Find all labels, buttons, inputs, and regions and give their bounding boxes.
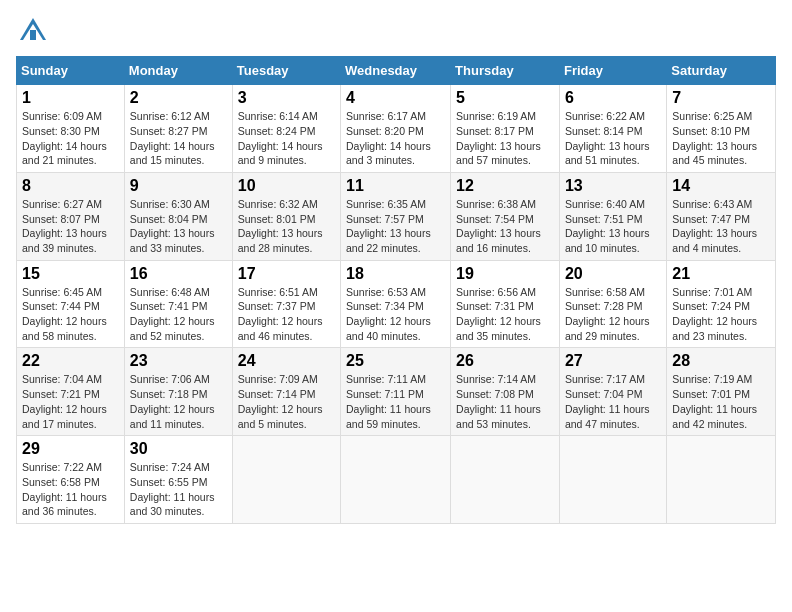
- day-detail: Sunrise: 6:19 AMSunset: 8:17 PMDaylight:…: [456, 109, 554, 168]
- col-header-wednesday: Wednesday: [341, 57, 451, 85]
- day-number: 17: [238, 265, 335, 283]
- day-cell: [559, 436, 666, 524]
- day-detail: Sunrise: 7:14 AMSunset: 7:08 PMDaylight:…: [456, 372, 554, 431]
- day-detail: Sunrise: 7:09 AMSunset: 7:14 PMDaylight:…: [238, 372, 335, 431]
- day-cell: 23Sunrise: 7:06 AMSunset: 7:18 PMDayligh…: [124, 348, 232, 436]
- day-cell: 19Sunrise: 6:56 AMSunset: 7:31 PMDayligh…: [451, 260, 560, 348]
- day-cell: 20Sunrise: 6:58 AMSunset: 7:28 PMDayligh…: [559, 260, 666, 348]
- day-number: 26: [456, 352, 554, 370]
- day-cell: 11Sunrise: 6:35 AMSunset: 7:57 PMDayligh…: [341, 172, 451, 260]
- day-number: 2: [130, 89, 227, 107]
- day-number: 25: [346, 352, 445, 370]
- day-detail: Sunrise: 6:48 AMSunset: 7:41 PMDaylight:…: [130, 285, 227, 344]
- col-header-tuesday: Tuesday: [232, 57, 340, 85]
- day-cell: [341, 436, 451, 524]
- day-number: 4: [346, 89, 445, 107]
- day-cell: 17Sunrise: 6:51 AMSunset: 7:37 PMDayligh…: [232, 260, 340, 348]
- day-cell: 3Sunrise: 6:14 AMSunset: 8:24 PMDaylight…: [232, 85, 340, 173]
- page-header: [16, 16, 776, 44]
- day-cell: 15Sunrise: 6:45 AMSunset: 7:44 PMDayligh…: [17, 260, 125, 348]
- day-number: 6: [565, 89, 661, 107]
- day-cell: [232, 436, 340, 524]
- day-detail: Sunrise: 6:25 AMSunset: 8:10 PMDaylight:…: [672, 109, 770, 168]
- day-detail: Sunrise: 6:17 AMSunset: 8:20 PMDaylight:…: [346, 109, 445, 168]
- day-detail: Sunrise: 6:27 AMSunset: 8:07 PMDaylight:…: [22, 197, 119, 256]
- day-detail: Sunrise: 6:14 AMSunset: 8:24 PMDaylight:…: [238, 109, 335, 168]
- day-detail: Sunrise: 6:51 AMSunset: 7:37 PMDaylight:…: [238, 285, 335, 344]
- day-number: 14: [672, 177, 770, 195]
- day-number: 18: [346, 265, 445, 283]
- day-cell: 28Sunrise: 7:19 AMSunset: 7:01 PMDayligh…: [667, 348, 776, 436]
- day-detail: Sunrise: 6:45 AMSunset: 7:44 PMDaylight:…: [22, 285, 119, 344]
- day-cell: 27Sunrise: 7:17 AMSunset: 7:04 PMDayligh…: [559, 348, 666, 436]
- day-cell: 1Sunrise: 6:09 AMSunset: 8:30 PMDaylight…: [17, 85, 125, 173]
- day-number: 29: [22, 440, 119, 458]
- day-cell: 10Sunrise: 6:32 AMSunset: 8:01 PMDayligh…: [232, 172, 340, 260]
- day-number: 27: [565, 352, 661, 370]
- table-header-row: SundayMondayTuesdayWednesdayThursdayFrid…: [17, 57, 776, 85]
- day-detail: Sunrise: 6:58 AMSunset: 7:28 PMDaylight:…: [565, 285, 661, 344]
- day-cell: 21Sunrise: 7:01 AMSunset: 7:24 PMDayligh…: [667, 260, 776, 348]
- day-detail: Sunrise: 6:09 AMSunset: 8:30 PMDaylight:…: [22, 109, 119, 168]
- day-detail: Sunrise: 6:30 AMSunset: 8:04 PMDaylight:…: [130, 197, 227, 256]
- day-cell: 26Sunrise: 7:14 AMSunset: 7:08 PMDayligh…: [451, 348, 560, 436]
- day-detail: Sunrise: 6:38 AMSunset: 7:54 PMDaylight:…: [456, 197, 554, 256]
- day-detail: Sunrise: 7:04 AMSunset: 7:21 PMDaylight:…: [22, 372, 119, 431]
- day-number: 30: [130, 440, 227, 458]
- day-detail: Sunrise: 6:22 AMSunset: 8:14 PMDaylight:…: [565, 109, 661, 168]
- day-cell: 25Sunrise: 7:11 AMSunset: 7:11 PMDayligh…: [341, 348, 451, 436]
- week-row-5: 29Sunrise: 7:22 AMSunset: 6:58 PMDayligh…: [17, 436, 776, 524]
- day-cell: 4Sunrise: 6:17 AMSunset: 8:20 PMDaylight…: [341, 85, 451, 173]
- day-detail: Sunrise: 6:40 AMSunset: 7:51 PMDaylight:…: [565, 197, 661, 256]
- col-header-saturday: Saturday: [667, 57, 776, 85]
- day-number: 7: [672, 89, 770, 107]
- day-number: 16: [130, 265, 227, 283]
- day-cell: 30Sunrise: 7:24 AMSunset: 6:55 PMDayligh…: [124, 436, 232, 524]
- day-detail: Sunrise: 6:35 AMSunset: 7:57 PMDaylight:…: [346, 197, 445, 256]
- day-cell: 18Sunrise: 6:53 AMSunset: 7:34 PMDayligh…: [341, 260, 451, 348]
- day-detail: Sunrise: 7:01 AMSunset: 7:24 PMDaylight:…: [672, 285, 770, 344]
- day-cell: 13Sunrise: 6:40 AMSunset: 7:51 PMDayligh…: [559, 172, 666, 260]
- day-detail: Sunrise: 6:53 AMSunset: 7:34 PMDaylight:…: [346, 285, 445, 344]
- day-number: 1: [22, 89, 119, 107]
- day-number: 28: [672, 352, 770, 370]
- day-number: 19: [456, 265, 554, 283]
- day-cell: 5Sunrise: 6:19 AMSunset: 8:17 PMDaylight…: [451, 85, 560, 173]
- logo-icon: [18, 16, 48, 44]
- day-number: 10: [238, 177, 335, 195]
- week-row-1: 1Sunrise: 6:09 AMSunset: 8:30 PMDaylight…: [17, 85, 776, 173]
- day-number: 5: [456, 89, 554, 107]
- day-cell: 29Sunrise: 7:22 AMSunset: 6:58 PMDayligh…: [17, 436, 125, 524]
- day-cell: 6Sunrise: 6:22 AMSunset: 8:14 PMDaylight…: [559, 85, 666, 173]
- day-number: 15: [22, 265, 119, 283]
- day-number: 11: [346, 177, 445, 195]
- day-cell: [451, 436, 560, 524]
- day-cell: 9Sunrise: 6:30 AMSunset: 8:04 PMDaylight…: [124, 172, 232, 260]
- week-row-3: 15Sunrise: 6:45 AMSunset: 7:44 PMDayligh…: [17, 260, 776, 348]
- day-number: 20: [565, 265, 661, 283]
- day-detail: Sunrise: 7:24 AMSunset: 6:55 PMDaylight:…: [130, 460, 227, 519]
- day-detail: Sunrise: 7:06 AMSunset: 7:18 PMDaylight:…: [130, 372, 227, 431]
- day-cell: 7Sunrise: 6:25 AMSunset: 8:10 PMDaylight…: [667, 85, 776, 173]
- day-number: 8: [22, 177, 119, 195]
- day-detail: Sunrise: 6:12 AMSunset: 8:27 PMDaylight:…: [130, 109, 227, 168]
- day-detail: Sunrise: 6:32 AMSunset: 8:01 PMDaylight:…: [238, 197, 335, 256]
- day-cell: 12Sunrise: 6:38 AMSunset: 7:54 PMDayligh…: [451, 172, 560, 260]
- day-cell: 22Sunrise: 7:04 AMSunset: 7:21 PMDayligh…: [17, 348, 125, 436]
- day-detail: Sunrise: 6:43 AMSunset: 7:47 PMDaylight:…: [672, 197, 770, 256]
- week-row-2: 8Sunrise: 6:27 AMSunset: 8:07 PMDaylight…: [17, 172, 776, 260]
- day-cell: 24Sunrise: 7:09 AMSunset: 7:14 PMDayligh…: [232, 348, 340, 436]
- day-number: 9: [130, 177, 227, 195]
- day-number: 13: [565, 177, 661, 195]
- day-detail: Sunrise: 7:19 AMSunset: 7:01 PMDaylight:…: [672, 372, 770, 431]
- day-detail: Sunrise: 6:56 AMSunset: 7:31 PMDaylight:…: [456, 285, 554, 344]
- day-number: 23: [130, 352, 227, 370]
- day-detail: Sunrise: 7:11 AMSunset: 7:11 PMDaylight:…: [346, 372, 445, 431]
- logo: [16, 16, 48, 44]
- col-header-friday: Friday: [559, 57, 666, 85]
- day-cell: 16Sunrise: 6:48 AMSunset: 7:41 PMDayligh…: [124, 260, 232, 348]
- day-cell: 14Sunrise: 6:43 AMSunset: 7:47 PMDayligh…: [667, 172, 776, 260]
- col-header-thursday: Thursday: [451, 57, 560, 85]
- week-row-4: 22Sunrise: 7:04 AMSunset: 7:21 PMDayligh…: [17, 348, 776, 436]
- day-number: 12: [456, 177, 554, 195]
